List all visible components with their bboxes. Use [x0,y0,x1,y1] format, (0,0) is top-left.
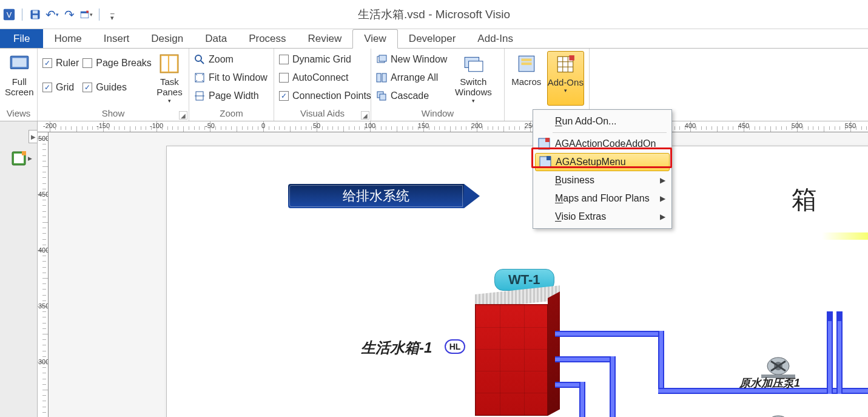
addon-item-icon [539,156,551,168]
tab-file[interactable]: File [0,29,43,48]
zoom-label: Zoom [209,54,234,65]
qat-calendar-icon[interactable]: ▾ [79,8,93,21]
visio-app-icon[interactable]: V [2,8,16,21]
hl-indicator[interactable]: HL [445,339,465,354]
qat-separator [99,8,99,21]
svg-rect-27 [521,63,531,65]
pipe[interactable] [610,356,616,417]
connection-points-checkbox[interactable]: Connection Points [279,87,371,104]
visual-aids-launcher-icon[interactable]: ◢ [361,111,369,120]
page-breaks-label: Page Breaks [96,58,152,69]
aga-action-label: AGAActionCodeAddOn [555,138,656,149]
pipe[interactable] [658,331,664,394]
horizontal-ruler[interactable]: -200-150-100-500501001502002503003504004… [38,121,868,132]
grid-label: Grid [56,82,74,93]
maps-submenu[interactable]: Maps and Floor Plans▶ [534,189,670,208]
redo-icon[interactable]: ↷ [62,8,76,21]
autoconnect-label: AutoConnect [292,72,349,83]
undo-icon[interactable]: ↶▾ [45,8,59,21]
zoom-button[interactable]: Zoom [194,51,267,68]
tab-view[interactable]: View [352,29,398,49]
vertical-ruler[interactable]: 500450400350300 [38,132,49,417]
svg-rect-31 [545,138,550,142]
svg-rect-29 [570,55,575,61]
dropdown-separator [553,132,667,133]
pipe-end [836,311,843,321]
svg-rect-7 [86,10,89,13]
arrange-all-button[interactable]: Arrange All [376,69,447,86]
expand-shapes-icon[interactable]: ▶ [29,130,37,143]
pump-label: 原水加压泵1 [739,376,800,390]
pipe[interactable] [579,382,585,417]
full-screen-label: Full Screen [5,76,34,98]
group-label-zoom: Zoom [194,107,269,120]
addons-dropdown: Run Add-On... AGAActionCodeAddOn AGASetu… [533,109,672,229]
drawing-canvas[interactable]: 给排水系统 箱 WT-1 生活水箱-1 HL [49,132,868,417]
new-window-button[interactable]: New Window [376,51,447,68]
ruler-checkbox[interactable]: Ruler [42,55,79,72]
aga-action-item[interactable]: AGAActionCodeAddOn [534,135,670,153]
svg-rect-33 [547,156,551,160]
switch-windows-button[interactable]: Switch Windows▾ [451,51,496,106]
addons-label: Add-Ons [548,77,584,87]
dynamic-grid-checkbox[interactable]: Dynamic Grid [279,51,371,68]
svg-rect-18 [379,55,386,61]
addon-item-icon [538,138,550,150]
cascade-button[interactable]: Cascade [376,87,447,104]
tab-review[interactable]: Review [297,29,353,48]
pipe[interactable] [555,356,616,362]
fit-to-window-button[interactable]: Fit to Window [194,69,267,86]
qat-customize-icon[interactable]: ⎯▾ [106,8,119,21]
guides-label: Guides [96,82,127,93]
run-addon-item[interactable]: Run Add-On... [534,112,670,131]
task-panes-button[interactable]: Task Panes▾ [155,51,184,106]
tab-process[interactable]: Process [238,29,297,48]
page-width-button[interactable]: Page Width [194,87,267,104]
pump-shape[interactable] [761,411,795,417]
aga-setup-label: AGASetupMenu [556,157,626,168]
tab-insert[interactable]: Insert [93,29,141,48]
pipe[interactable] [827,316,833,394]
svg-line-14 [201,61,204,64]
quick-access-toolbar: V ↶▾ ↷ ▾ ⎯▾ [0,8,119,21]
new-window-label: New Window [391,54,447,65]
banner-shape[interactable]: 给排水系统 [288,184,464,208]
page-breaks-checkbox[interactable]: Page Breaks [82,55,152,72]
drawing-page[interactable]: 给排水系统 箱 WT-1 生活水箱-1 HL [166,146,868,417]
stencil-icon[interactable]: ▶ [11,151,27,166]
svg-text:V: V [7,10,12,19]
group-label-window: Window [376,107,499,120]
window-title: 生活水箱.vsd - Microsoft Visio [0,7,868,22]
shapes-pane[interactable]: ▶ ▶ [0,121,38,417]
svg-rect-26 [521,59,531,61]
show-launcher-icon[interactable]: ◢ [179,111,187,120]
switch-windows-label: Switch Windows [455,76,492,98]
tab-addins[interactable]: Add-Ins [466,29,524,48]
grid-checkbox[interactable]: Grid [42,79,79,96]
full-screen-button[interactable]: Full Screen [5,51,34,106]
visio-extras-submenu[interactable]: Visio Extras▶ [534,208,670,226]
tab-data[interactable]: Data [194,29,238,48]
save-icon[interactable] [29,8,42,21]
autoconnect-checkbox[interactable]: AutoConnect [279,69,371,86]
svg-rect-24 [469,61,483,72]
svg-rect-4 [33,15,38,18]
aga-setup-item[interactable]: AGASetupMenu [535,153,670,171]
addons-button[interactable]: Add-Ons▾ [547,51,584,106]
tab-developer[interactable]: Developer [398,29,467,48]
connection-points-label: Connection Points [292,90,371,101]
svg-rect-3 [33,10,38,13]
dynamic-grid-label: Dynamic Grid [292,54,351,65]
tab-home[interactable]: Home [43,29,92,48]
pipe[interactable] [555,331,664,337]
pipe[interactable] [836,316,843,394]
tab-design[interactable]: Design [140,29,194,48]
page-width-label: Page Width [209,90,259,101]
business-submenu[interactable]: Business▶ [534,171,670,189]
ribbon: Full Screen Views Ruler Grid Page Breaks… [0,49,868,121]
page-title-text: 箱 [792,183,818,217]
water-tank-shape[interactable] [475,294,560,416]
guides-checkbox[interactable]: Guides [82,79,152,96]
tank-label: 生活水箱-1 [361,338,432,358]
macros-button[interactable]: Macros [510,51,543,106]
